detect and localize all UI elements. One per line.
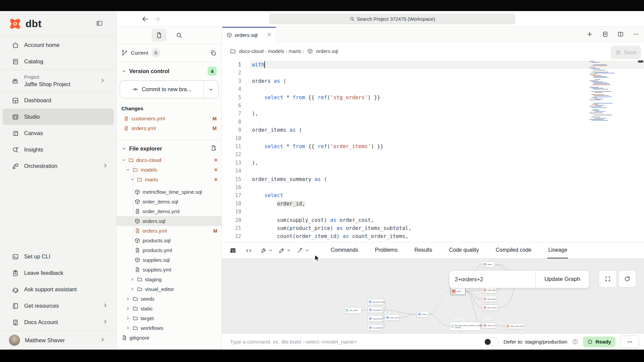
- tree-item-target[interactable]: target: [117, 313, 221, 323]
- breadcrumb-file[interactable]: orders.sql: [316, 48, 338, 54]
- lineage-node-raw-orders[interactable]: Sraw_orders: [344, 307, 362, 314]
- sidebar-collapse-icon[interactable]: [96, 20, 103, 28]
- save-button[interactable]: Save: [611, 46, 641, 59]
- commit-options-button[interactable]: [203, 81, 218, 98]
- sidebar-item-leave-feedback[interactable]: Leave feedback: [3, 265, 114, 281]
- breadcrumb-item-docs-cloud[interactable]: docs-cloud: [239, 48, 264, 54]
- editor-minimap[interactable]: [589, 61, 620, 122]
- ai-fix-wand-button[interactable]: [294, 247, 305, 254]
- panel-tab-compiled-code[interactable]: Compiled code: [495, 242, 532, 258]
- lineage-node-orders-sel[interactable]: dborders: [450, 288, 466, 295]
- code-editor[interactable]: 1with23orders as (45 select * from {{ re…: [222, 60, 644, 242]
- tree-item-models[interactable]: models: [117, 165, 221, 175]
- breadcrumb-item-models[interactable]: models: [268, 48, 284, 54]
- tree-item-order-items-yml[interactable]: order_items.yml: [117, 206, 221, 216]
- refresh-graph-button[interactable]: [618, 270, 636, 288]
- files-view-button[interactable]: [152, 29, 166, 42]
- sidebar-item-project[interactable]: Project Jaffle Shop Project: [3, 70, 114, 92]
- lineage-node-orders-top[interactable]: Morders: [482, 261, 495, 267]
- lineage-node-orders-mid[interactable]: dborders: [417, 311, 428, 317]
- lineage-node-drink-orders[interactable]: Mdrink_orders: [482, 305, 498, 311]
- tree-item-products-sql[interactable]: products.sql: [117, 236, 221, 245]
- tree-item-orders-yml[interactable]: orders.ymlM: [117, 226, 221, 236]
- lineage-node-stg-order-items[interactable]: dbstg_order_items: [367, 299, 384, 305]
- lineage-selector-input[interactable]: [449, 270, 535, 288]
- sidebar-item-user[interactable]: Matthew Shaver: [3, 331, 114, 350]
- panel-tab-lineage[interactable]: Lineage: [547, 242, 568, 258]
- sidebar-item-catalog[interactable]: Catalog: [3, 53, 114, 70]
- sidebar-item-canvas[interactable]: Canvas: [3, 125, 114, 141]
- lineage-node-food-orders[interactable]: Mfood_orders: [482, 296, 497, 302]
- forward-button[interactable]: [153, 15, 161, 23]
- command-input[interactable]: [230, 339, 483, 345]
- sidebar-item-dashboard[interactable]: Dashboard: [3, 92, 114, 109]
- new-tab-icon[interactable]: [586, 31, 593, 39]
- panel-tab-code-quality[interactable]: Code quality: [448, 242, 480, 258]
- update-graph-button[interactable]: Update Graph: [535, 270, 589, 288]
- sidebar-item-orchestration[interactable]: Orchestration: [3, 158, 114, 174]
- lineage-canvas[interactable]: Sraw_ordersdbstg_order_itemsdbstg_orders…: [222, 259, 644, 334]
- sidebar-item-get-resources[interactable]: Get resources: [3, 298, 114, 314]
- build-wrench-button[interactable]: [258, 247, 269, 254]
- sidebar-item-studio[interactable]: Studio: [3, 109, 114, 125]
- lineage-node-stg-orders[interactable]: dbstg_orders: [368, 307, 382, 313]
- sidebar-item-ask-support-assistant[interactable]: Ask support assistant: [3, 281, 114, 298]
- close-icon[interactable]: [267, 32, 272, 38]
- help-icon[interactable]: [572, 339, 578, 345]
- tree-item-order-items-sql[interactable]: order_items.sql: [117, 197, 221, 206]
- tree-item-supplies-sql[interactable]: supplies.sql: [117, 255, 221, 265]
- more-options-icon[interactable]: [633, 31, 639, 39]
- preview-table-button[interactable]: [227, 247, 238, 254]
- panel-tab-results[interactable]: Results: [414, 242, 433, 258]
- lineage-node-stg-supplies[interactable]: dbstg_supplies: [368, 324, 383, 331]
- tree-item-supplies-yml[interactable]: supplies.yml: [117, 265, 221, 275]
- defer-toggle[interactable]: [483, 338, 499, 346]
- tree-item-orders-sql[interactable]: orders.sql: [117, 216, 221, 226]
- tree-item-static[interactable]: static: [117, 304, 221, 313]
- lineage-node-order-items[interactable]: dborder_items: [385, 314, 399, 321]
- project-search-bar[interactable]: Search Project 372475 (Workspace): [269, 14, 515, 24]
- chevron-down-icon[interactable]: [305, 248, 309, 253]
- chevron-down-icon[interactable]: [286, 248, 291, 253]
- tree-item-marts[interactable]: marts: [117, 175, 221, 184]
- compile-code-button[interactable]: [243, 247, 254, 254]
- tree-item-docs-cloud[interactable]: docs-cloud: [117, 155, 221, 165]
- copy-branch-icon[interactable]: [210, 50, 217, 56]
- changed-file-orders-yml[interactable]: orders.ymlM: [117, 123, 221, 133]
- changed-file-customers-yml[interactable]: customers.ymlM: [117, 114, 221, 123]
- sidebar-item-insights[interactable]: Insights: [3, 141, 114, 158]
- sidebar-item-set-up-cli[interactable]: Set up CLI: [3, 248, 114, 265]
- search-view-button[interactable]: [172, 29, 186, 42]
- sidebar-item-docs-account[interactable]: Docs Account: [3, 314, 114, 330]
- branch-label[interactable]: Current: [131, 50, 148, 56]
- fullscreen-button[interactable]: [599, 270, 617, 288]
- sidebar-item-account-home[interactable]: Account home: [3, 37, 114, 53]
- notebook-icon[interactable]: [602, 31, 608, 39]
- tree-item-seeds[interactable]: seeds: [117, 294, 221, 304]
- tab-orders-sql[interactable]: orders.sql: [222, 27, 276, 42]
- format-brush-button[interactable]: [276, 247, 287, 254]
- split-editor-icon[interactable]: [617, 31, 624, 39]
- lineage-node-test-orders[interactable]: ✓test_order_items_compare_to_loose corre…: [449, 322, 480, 331]
- version-control-header[interactable]: Version control 4: [117, 62, 221, 79]
- status-badge[interactable]: Ready: [583, 337, 615, 347]
- back-button[interactable]: [141, 15, 150, 23]
- new-file-icon[interactable]: [210, 145, 217, 153]
- tree-item-visual-editor[interactable]: visual_editor: [117, 284, 221, 294]
- breadcrumb-item-marts[interactable]: marts: [289, 48, 302, 54]
- editor-scrollbar-thumb[interactable]: [638, 60, 643, 63]
- panel-tab-problems[interactable]: Problems: [374, 242, 398, 258]
- chevron-down-icon[interactable]: [268, 248, 273, 253]
- panel-tab-commands[interactable]: Commands: [330, 242, 359, 258]
- more-actions-button[interactable]: [620, 336, 639, 348]
- tree-item-products-yml[interactable]: products.yml: [117, 245, 221, 255]
- lineage-node-order-cost[interactable]: Morder_cost: [482, 322, 496, 328]
- file-explorer-header[interactable]: File explorer: [117, 140, 221, 155]
- lineage-node-order-gross-profit[interactable]: Morder_gross_profit: [505, 323, 525, 329]
- tree-item-gitignore[interactable]: gitignore: [117, 333, 221, 343]
- tree-item-workflows[interactable]: workflows: [117, 323, 221, 333]
- tree-item-staging[interactable]: staging: [117, 275, 221, 284]
- commit-button[interactable]: Commit to new bra...: [120, 80, 218, 98]
- tree-item-metricflow-time-spine-sql[interactable]: metricflow_time_spine.sql: [117, 187, 221, 197]
- lineage-node-stg-products[interactable]: dbstg_products: [368, 315, 383, 322]
